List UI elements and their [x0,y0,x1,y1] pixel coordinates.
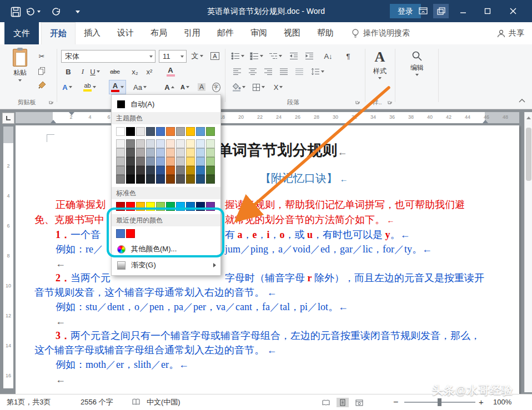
color-swatch[interactable] [136,139,145,148]
color-swatch[interactable] [186,175,195,184]
color-swatch[interactable] [166,127,175,136]
ribbon-display-options-icon[interactable] [415,4,431,18]
asian-layout-button[interactable]: X [272,81,284,93]
color-swatch[interactable] [206,175,215,184]
text-effects-button[interactable]: A [61,81,73,93]
zoom-slider-thumb[interactable] [438,398,441,406]
color-swatch[interactable] [206,148,215,157]
tab-帮助[interactable]: 帮助 [309,22,342,44]
color-swatch[interactable] [186,148,195,157]
zoom-out-button[interactable]: − [393,394,398,410]
color-swatch[interactable] [146,175,155,184]
phonetic-guide-button[interactable]: 文 [191,50,203,62]
multilevel-list-button[interactable] [269,50,282,62]
highlight-color-button[interactable]: ab [83,81,96,93]
color-swatch[interactable] [146,157,155,166]
collapse-ribbon-icon[interactable] [519,99,525,103]
superscript-button[interactable]: x² [143,65,155,78]
clear-formatting-button[interactable]: A [164,65,177,78]
maximize-button[interactable] [480,4,495,18]
color-swatch[interactable] [166,139,175,148]
tab-邮件[interactable]: 邮件 [209,22,242,44]
page-indicator[interactable]: 第1页，共3页 [7,394,51,410]
change-case-button[interactable]: Aa [133,81,147,93]
color-swatch[interactable] [186,127,195,136]
color-swatch[interactable] [146,127,155,136]
color-swatch[interactable] [156,166,165,175]
print-layout-icon[interactable] [337,398,349,407]
tab-视图[interactable]: 视图 [275,22,309,44]
share-button[interactable]: 共享 [497,22,524,44]
font-color-button[interactable]: A [109,80,126,94]
decrease-indent-button[interactable] [288,50,300,62]
color-swatch[interactable] [116,202,125,211]
bold-button[interactable]: B [62,65,74,78]
gradient-item[interactable]: 渐变(G) [112,257,220,274]
color-swatch[interactable] [166,148,175,157]
save-icon[interactable] [9,5,22,18]
character-border-button[interactable]: A [209,50,221,62]
italic-button[interactable]: I [77,65,89,78]
color-swatch[interactable] [116,166,125,175]
color-swatch[interactable] [196,166,205,175]
color-swatch[interactable] [126,166,135,175]
quick-access-toolbar-caret[interactable] [73,5,82,18]
tab-插入[interactable]: 插入 [76,22,109,44]
tab-开始[interactable]: 开始 [41,22,76,44]
left-indent-marker[interactable] [51,120,56,123]
color-swatch[interactable] [186,157,195,166]
editing-button[interactable]: 编辑 [401,50,433,76]
tab-selector[interactable] [2,113,14,124]
font-name-combo[interactable]: 宋体 [61,50,155,63]
color-swatch[interactable] [136,157,145,166]
justify-button[interactable] [278,65,290,78]
first-line-indent-marker[interactable] [69,112,74,115]
color-swatch[interactable] [206,157,215,166]
color-swatch[interactable] [196,127,205,136]
page[interactable]: 英语单词音节划分规则←【附记忆口诀】 ←正确掌握划握读音规则，帮助我们记忆单词拼… [16,125,519,394]
color-swatch[interactable] [156,148,165,157]
color-swatch[interactable] [136,148,145,157]
cut-icon[interactable]: ✂ [36,50,48,62]
color-swatch[interactable] [126,175,135,184]
color-swatch[interactable] [196,148,205,157]
increase-indent-button[interactable] [303,50,315,62]
color-swatch[interactable] [206,202,215,211]
color-swatch[interactable] [156,202,165,211]
color-swatch[interactable] [136,166,145,175]
line-spacing-button[interactable] [311,65,324,78]
more-colors-item[interactable]: 其他颜色(M)... [112,241,220,257]
color-swatch[interactable] [196,157,205,166]
align-center-button[interactable] [247,65,259,78]
color-swatch[interactable] [186,166,195,175]
color-swatch[interactable] [146,166,155,175]
bullets-button[interactable] [231,50,244,62]
color-swatch[interactable] [146,202,155,211]
undo-icon[interactable] [24,5,36,18]
color-swatch[interactable] [136,175,145,184]
grow-font-button[interactable]: A [163,81,175,93]
color-swatch[interactable] [186,139,195,148]
color-swatch[interactable] [196,139,205,148]
minimize-button[interactable] [455,4,471,18]
undo-dropdown-caret[interactable] [36,5,42,18]
styles-dialog-launcher[interactable] [388,99,393,104]
tab-审阅[interactable]: 审阅 [242,22,275,44]
color-swatch[interactable] [126,148,135,157]
color-swatch[interactable] [116,139,125,148]
color-swatch[interactable] [206,166,215,175]
distribute-button[interactable] [293,65,305,78]
color-swatch[interactable] [116,229,125,238]
paste-button[interactable]: 粘贴 [7,49,33,97]
tell-me-search[interactable]: 操作说明搜索 [351,22,410,44]
color-swatch[interactable] [176,148,185,157]
color-swatch[interactable] [126,157,135,166]
clipboard-dialog-launcher[interactable] [49,99,54,104]
color-swatch[interactable] [116,148,125,157]
scrollbar[interactable] [524,112,532,392]
color-swatch[interactable] [116,157,125,166]
color-swatch[interactable] [176,175,185,184]
color-swatch[interactable] [136,202,145,211]
color-swatch[interactable] [166,166,175,175]
enclose-characters-button[interactable]: 字 [210,81,222,93]
